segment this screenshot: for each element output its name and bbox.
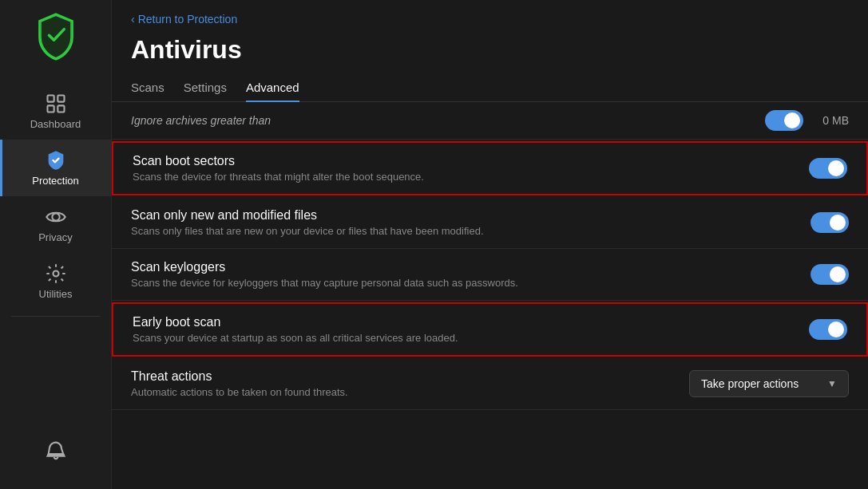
threat-actions-desc: Automatic actions to be taken on found t… xyxy=(131,386,689,398)
archive-label: Ignore archives greater than xyxy=(131,114,271,127)
svg-rect-3 xyxy=(57,105,64,112)
sidebar-item-dashboard[interactable]: Dashboard xyxy=(0,83,111,140)
svg-rect-2 xyxy=(47,105,54,112)
setting-title-scan-new-modified: Scan only new and modified files xyxy=(131,208,798,223)
toggle-scan-keyloggers[interactable] xyxy=(811,264,849,285)
threat-dropdown-value: Take proper actions xyxy=(701,377,799,390)
bell-icon xyxy=(45,441,67,463)
toggle-thumb-early-boot-scan xyxy=(828,321,844,337)
setting-scan-new-modified: Scan only new and modified files Scans o… xyxy=(112,197,868,249)
setting-info-scan-keyloggers: Scan keyloggers Scans the device for key… xyxy=(131,260,798,289)
back-arrow-icon: ‹ xyxy=(131,13,135,26)
setting-title-early-boot-scan: Early boot scan xyxy=(133,315,796,329)
shield-icon xyxy=(32,13,80,64)
toggle-thumb-scan-keyloggers xyxy=(830,266,846,282)
setting-desc-scan-keyloggers: Scans the device for keyloggers that may… xyxy=(131,277,798,289)
content-area: Ignore archives greater than 0 MB Scan b… xyxy=(112,102,868,489)
app-logo xyxy=(32,13,80,64)
protection-label: Protection xyxy=(32,175,79,187)
setting-desc-early-boot-scan: Scans your device at startup as soon as … xyxy=(133,332,796,344)
toggle-early-boot-scan[interactable] xyxy=(809,319,847,340)
setting-title-scan-keyloggers: Scan keyloggers xyxy=(131,260,798,274)
toggle-thumb-scan-boot-sectors xyxy=(828,160,844,176)
main-content: ‹ Return to Protection Antivirus Scans S… xyxy=(112,0,868,489)
threat-actions-info: Threat actions Automatic actions to be t… xyxy=(131,369,689,398)
privacy-label: Privacy xyxy=(38,231,73,243)
toggle-scan-boot-sectors[interactable] xyxy=(809,158,847,179)
tab-bar: Scans Settings Advanced xyxy=(112,74,868,102)
svg-rect-1 xyxy=(57,96,64,102)
privacy-icon xyxy=(45,206,67,228)
sidebar-item-protection[interactable]: Protection xyxy=(0,140,111,196)
sidebar-divider xyxy=(11,316,100,317)
page-title: Antivirus xyxy=(112,32,868,74)
archive-row: Ignore archives greater than 0 MB xyxy=(112,102,868,140)
threat-actions-title: Threat actions xyxy=(131,369,689,384)
setting-scan-keyloggers: Scan keyloggers Scans the device for key… xyxy=(112,249,868,301)
setting-desc-scan-new-modified: Scans only files that are new on your de… xyxy=(131,225,798,237)
svg-point-5 xyxy=(53,271,58,277)
chevron-down-icon: ▼ xyxy=(827,378,837,389)
archive-value: 0 MB xyxy=(822,114,849,127)
protection-icon xyxy=(45,149,67,172)
setting-early-boot-scan: Early boot scan Scans your device at sta… xyxy=(112,302,868,357)
svg-rect-0 xyxy=(47,96,54,102)
back-link[interactable]: ‹ Return to Protection xyxy=(112,0,868,32)
dashboard-icon xyxy=(45,93,67,115)
tab-scans[interactable]: Scans xyxy=(131,74,164,102)
setting-scan-boot-sectors: Scan boot sectors Scans the device for t… xyxy=(112,141,868,195)
archive-toggle[interactable] xyxy=(765,110,803,131)
setting-info-early-boot-scan: Early boot scan Scans your device at sta… xyxy=(133,315,796,344)
svg-point-4 xyxy=(52,213,59,220)
back-link-text: Return to Protection xyxy=(138,13,238,26)
sidebar-item-notifications[interactable] xyxy=(0,432,111,476)
threat-actions-row: Threat actions Automatic actions to be t… xyxy=(112,358,868,410)
sidebar-item-utilities[interactable]: Utilities xyxy=(0,253,111,310)
sidebar-item-privacy[interactable]: Privacy xyxy=(0,196,111,253)
tab-advanced[interactable]: Advanced xyxy=(246,74,299,102)
setting-info-scan-new-modified: Scan only new and modified files Scans o… xyxy=(131,208,798,237)
setting-title-scan-boot-sectors: Scan boot sectors xyxy=(133,154,796,168)
sidebar: Dashboard Protection Privacy Utilities xyxy=(0,0,112,489)
setting-info-scan-boot-sectors: Scan boot sectors Scans the device for t… xyxy=(133,154,796,183)
toggle-scan-new-modified[interactable] xyxy=(811,212,849,233)
tab-settings[interactable]: Settings xyxy=(184,74,227,102)
utilities-label: Utilities xyxy=(39,288,73,300)
utilities-icon xyxy=(45,262,67,285)
threat-actions-dropdown[interactable]: Take proper actions ▼ xyxy=(689,370,849,397)
setting-desc-scan-boot-sectors: Scans the device for threats that might … xyxy=(133,171,796,183)
dashboard-label: Dashboard xyxy=(30,118,81,130)
toggle-thumb-scan-new-modified xyxy=(830,215,846,231)
